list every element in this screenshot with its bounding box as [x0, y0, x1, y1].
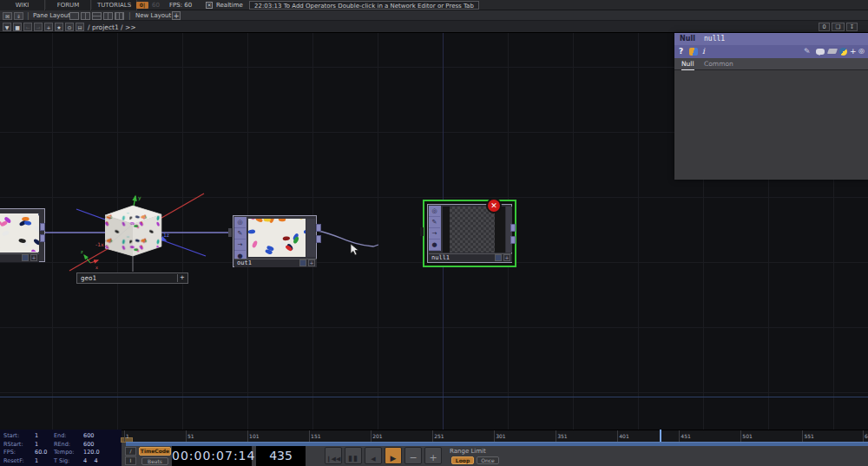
transport-controls: ∕ I TimeCode Beats 00:00:07:14 435 ❙◀◀ ▮…: [122, 446, 868, 466]
timeline-info-val[interactable]: 1: [35, 432, 38, 439]
ruler-tick-label: 51: [187, 433, 194, 439]
menu-tab-forum[interactable]: FORUM: [46, 0, 91, 10]
keys-icon[interactable]: [689, 48, 698, 56]
output-connector[interactable]: [40, 223, 45, 231]
playhead[interactable]: [660, 430, 661, 442]
menu-tab-tutorials[interactable]: TUTORIALS: [92, 0, 137, 10]
null1-expand-button[interactable]: +: [503, 254, 510, 261]
null1-input-connector[interactable]: [420, 227, 424, 236]
forward-arrow-icon[interactable]: →: [34, 23, 43, 31]
null1-viewer-toggle[interactable]: [495, 254, 502, 261]
search-icon[interactable]: ⊙: [65, 23, 74, 31]
realtime-label[interactable]: Realtime: [216, 2, 243, 9]
error-badge-icon[interactable]: ✕: [486, 198, 502, 213]
pane-type-dropdown-icon[interactable]: ▼: [3, 23, 11, 31]
save-layout-icon[interactable]: ⇓: [14, 12, 23, 20]
comment-icon[interactable]: [816, 49, 825, 55]
tab-common[interactable]: Common: [704, 60, 733, 68]
beats-mode-button[interactable]: Beats: [141, 457, 168, 465]
eraser-icon[interactable]: [827, 49, 838, 54]
timeline-info-val[interactable]: 60.0: [35, 449, 47, 456]
pause-button[interactable]: ▮▮: [345, 447, 362, 464]
breadcrumb[interactable]: / project1 / >>: [88, 23, 136, 31]
timecode-mode-button[interactable]: TimeCode: [139, 447, 171, 456]
operator-name[interactable]: null1: [704, 35, 725, 43]
timeline-info-lab: End:: [54, 432, 67, 439]
bookmark-star-icon[interactable]: ★: [55, 23, 63, 31]
geo1-expand-button[interactable]: +: [177, 274, 187, 282]
null1-output-connector[interactable]: [510, 236, 516, 244]
layout-vsplit-button[interactable]: [81, 12, 90, 20]
separator: |: [128, 12, 131, 20]
timeline-info-val[interactable]: 120.0: [83, 449, 100, 456]
collapse-icon[interactable]: ↧: [846, 23, 858, 31]
loop-button[interactable]: Loop: [451, 456, 474, 464]
close-pane-icon[interactable]: ⊠: [3, 12, 12, 20]
path-bar: ▼ ■ ← → + ★ ⊙ ⊟ / project1 / >> 0 ❏ ↧: [0, 21, 868, 33]
separator: |: [27, 12, 30, 20]
ruler-tick-label: 501: [742, 433, 752, 439]
help-icon[interactable]: ?: [679, 47, 683, 56]
render-flag-icon[interactable]: ✎: [429, 217, 440, 228]
out1-expand-button[interactable]: +: [308, 259, 315, 266]
display-flag-icon[interactable]: ◎: [429, 206, 440, 217]
geo1-node-label[interactable]: geo1 +: [76, 272, 188, 284]
timeline-ruler[interactable]: 151101151201251301351401451501551600: [122, 430, 868, 442]
add-parameter-icon[interactable]: +: [850, 47, 857, 56]
info-icon[interactable]: i: [702, 47, 705, 56]
network-editor[interactable]: + y -1x 1z: [0, 33, 868, 430]
fraction-toggle[interactable]: ∕: [125, 447, 136, 456]
layout-single-button[interactable]: [69, 12, 79, 20]
out1-output-connector[interactable]: [316, 235, 321, 243]
ruler-tick: [247, 430, 248, 442]
performance-badge[interactable]: 0|: [136, 2, 148, 9]
maximize-icon[interactable]: ❏: [832, 23, 845, 31]
node-moviein-partial[interactable]: +: [0, 208, 45, 262]
node-viewer-toggle[interactable]: [22, 254, 29, 261]
timeline-info-val[interactable]: 600: [83, 441, 94, 448]
timeline-info-val[interactable]: 600: [83, 432, 94, 439]
jump-to-start-button[interactable]: ❙◀◀: [325, 447, 342, 464]
bypass-flag-icon[interactable]: →: [429, 228, 440, 240]
timeline-info-val[interactable]: 4 4: [83, 457, 98, 464]
menu-tab-wiki[interactable]: WIKI: [0, 0, 45, 10]
step-back-button[interactable]: ◀: [365, 447, 382, 464]
gear-icon[interactable]: ◎: [858, 47, 865, 55]
node-null1-selection[interactable]: ◎ ✎ → ● null1 +: [423, 200, 516, 267]
stop-icon[interactable]: ■: [13, 23, 22, 31]
add-layout-button[interactable]: +: [172, 11, 181, 20]
layout-hsplit-button[interactable]: [92, 12, 102, 20]
back-arrow-icon[interactable]: ←: [23, 23, 32, 31]
out1-input-connector[interactable]: [228, 228, 232, 237]
node-out1[interactable]: ◎ ✎ → ● out1 +: [233, 215, 317, 267]
geo1-viewer[interactable]: y -1x 1z z x: [61, 189, 213, 276]
step-minus-button[interactable]: −: [404, 447, 422, 464]
timeline-info-lab: Tempo:: [54, 449, 75, 456]
node-expand-button[interactable]: +: [30, 254, 37, 261]
once-button[interactable]: Once: [477, 456, 499, 464]
display-flag-icon[interactable]: ◎: [234, 217, 246, 228]
zero-badge[interactable]: 0: [819, 23, 830, 31]
timeline-info-val[interactable]: 1: [35, 457, 38, 464]
null1-output-connector[interactable]: [510, 224, 516, 232]
play-button[interactable]: ▶: [385, 447, 402, 464]
timeline-info-val[interactable]: 1: [35, 441, 38, 448]
layout-grid-button[interactable]: [115, 12, 124, 20]
out1-viewer-toggle[interactable]: [299, 259, 306, 266]
output-connector[interactable]: [40, 234, 45, 242]
lock-flag-icon[interactable]: ●: [429, 240, 440, 251]
edit-expressions-icon[interactable]: ✎: [804, 47, 811, 56]
pane-options-icon[interactable]: ⊟: [76, 23, 84, 31]
python-icon[interactable]: [839, 48, 847, 56]
step-plus-button[interactable]: +: [424, 447, 442, 464]
integer-toggle[interactable]: I: [125, 456, 136, 465]
render-flag-icon[interactable]: ✎: [234, 228, 246, 240]
add-bookmark-icon[interactable]: +: [44, 23, 53, 31]
layout-three-button[interactable]: [103, 12, 113, 20]
realtime-checkbox-icon[interactable]: ✕: [206, 2, 213, 9]
fps-dim-value: 60: [152, 2, 160, 9]
bypass-flag-icon[interactable]: →: [234, 240, 246, 251]
parameter-header[interactable]: Null null1: [674, 33, 868, 45]
out1-output-connector[interactable]: [316, 224, 321, 232]
node-null1[interactable]: ◎ ✎ → ● null1 +: [427, 204, 512, 263]
